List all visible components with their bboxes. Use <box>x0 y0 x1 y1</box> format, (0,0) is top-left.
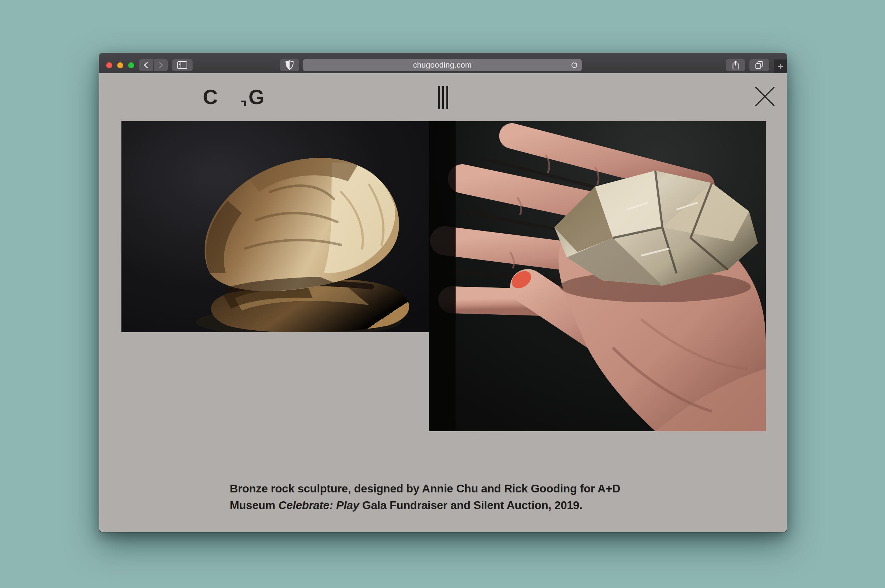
desktop-background: chugooding.com <box>0 0 885 588</box>
plus-icon: + <box>777 61 784 72</box>
privacy-shield-button[interactable] <box>280 59 299 71</box>
share-button[interactable] <box>726 59 745 71</box>
page-content: C G <box>99 73 787 532</box>
hand-rock-photo <box>429 121 766 431</box>
sidebar-icon <box>177 61 188 69</box>
logo-letter-g: G <box>249 86 264 108</box>
menu-bar-icon <box>446 86 448 109</box>
back-button[interactable] <box>139 59 153 71</box>
new-tab-button[interactable]: + <box>774 60 787 73</box>
shield-icon <box>285 60 294 70</box>
tab-overview-button[interactable] <box>749 59 769 71</box>
logo-letter-c: C <box>203 86 218 108</box>
browser-toolbar: chugooding.com <box>99 53 787 73</box>
sidebar-toggle-button[interactable] <box>172 59 193 71</box>
image-caption: Bronze rock sculpture, designed by Annie… <box>230 480 620 514</box>
forward-button[interactable] <box>154 59 168 71</box>
chevron-right-icon <box>157 61 165 69</box>
caption-line-2: Museum Celebrate: Play Gala Fundraiser a… <box>230 497 620 514</box>
reload-button[interactable] <box>569 60 578 70</box>
reload-icon <box>570 61 578 69</box>
menu-bar-icon <box>442 86 444 109</box>
minimize-window-button[interactable] <box>117 62 123 68</box>
bronze-rock-photo <box>122 121 429 332</box>
share-icon <box>731 60 740 70</box>
caption-line-1: Bronze rock sculpture, designed by Annie… <box>230 480 620 497</box>
figure-bronze-rock-sculpture[interactable] <box>122 121 429 332</box>
zoom-window-button[interactable] <box>128 62 134 68</box>
close-x-icon <box>754 86 775 107</box>
site-logo[interactable]: C G <box>203 83 264 108</box>
address-bar[interactable]: chugooding.com <box>303 59 582 71</box>
tabs-icon <box>754 60 764 70</box>
menu-button[interactable] <box>438 86 448 109</box>
close-button[interactable] <box>754 86 775 107</box>
chevron-left-icon <box>142 61 150 69</box>
browser-window: chugooding.com <box>99 53 787 532</box>
close-window-button[interactable] <box>106 62 112 68</box>
url-text: chugooding.com <box>413 60 472 70</box>
figure-hand-holding-rock[interactable] <box>429 121 766 431</box>
logo-bracket-icon <box>240 100 246 106</box>
window-controls <box>106 62 134 68</box>
menu-bar-icon <box>438 86 440 109</box>
